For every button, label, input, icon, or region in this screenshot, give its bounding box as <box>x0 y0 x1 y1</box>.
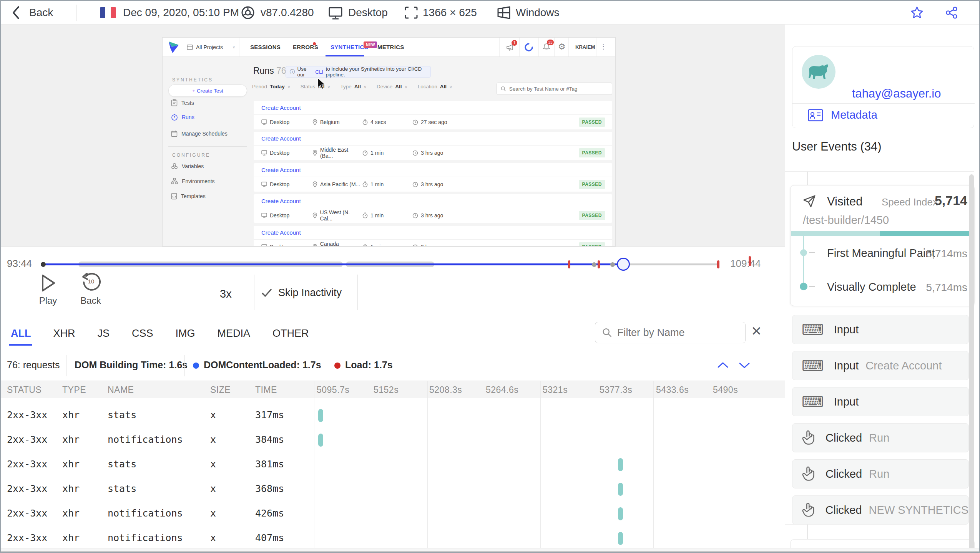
run-device: Desktop <box>270 119 289 125</box>
metadata-button[interactable]: Metadata <box>808 109 877 121</box>
playback-speed-button[interactable]: 3x <box>220 288 232 300</box>
window-horizontal-scrollbar[interactable] <box>1 551 980 553</box>
filter-type[interactable]: Type All ∨ <box>340 84 367 89</box>
filter-value: All <box>440 84 447 89</box>
event-value: Run <box>869 468 889 480</box>
event-card-input[interactable]: ⌨ Input <box>792 315 969 344</box>
play-label: Play <box>39 295 57 306</box>
network-tab-xhr[interactable]: XHR <box>53 328 75 339</box>
windows-os-icon <box>497 6 511 20</box>
visually-complete-dot <box>800 283 807 290</box>
bottom-strip <box>1 548 980 551</box>
cell-name: stats <box>108 409 136 421</box>
sidebar-item-runs[interactable]: Runs <box>171 114 194 121</box>
event-marker <box>610 262 615 267</box>
replayed-cursor-icon <box>317 78 327 91</box>
check-icon <box>261 288 272 298</box>
share-icon[interactable] <box>945 6 958 20</box>
run-device: Desktop <box>270 244 289 247</box>
event-card-clicked[interactable]: Clicked NEW SYNTHETICS <box>792 495 969 525</box>
jump-down-chevron-icon[interactable] <box>738 360 751 370</box>
kebab-menu-icon[interactable]: ⋮ <box>600 42 607 51</box>
time-col-3: 5264.6s <box>486 385 518 395</box>
filter-location[interactable]: Location All ∨ <box>418 84 452 89</box>
run-card[interactable]: Create Account Desktop Canada (Centra...… <box>254 226 612 247</box>
run-location: Asia Pacific (M... <box>320 181 360 187</box>
dom-building-time: DOM Building Time: 1.6s <box>75 359 188 371</box>
user-email-link[interactable]: tahay@asayer.io <box>852 87 941 101</box>
back-button[interactable]: Back <box>12 5 53 20</box>
event-card-input[interactable]: ⌨ Input Create Account <box>792 351 969 380</box>
playhead-handle[interactable] <box>617 258 630 271</box>
network-tab-js[interactable]: JS <box>98 328 110 339</box>
network-request-row[interactable]: 2xx-3xx xhr stats x 381ms <box>1 452 785 477</box>
filter-label: Status <box>301 84 315 89</box>
filter-period[interactable]: Period Today ∨ <box>252 84 291 89</box>
jump-up-chevron-icon[interactable] <box>716 360 729 370</box>
user-avatar <box>802 55 835 89</box>
play-button[interactable]: Play <box>33 273 63 306</box>
location-pin-icon <box>312 181 317 187</box>
sidebar-item-environments[interactable]: Environments <box>171 178 215 184</box>
filter-device[interactable]: Device All ∨ <box>377 84 408 89</box>
event-card-clicked[interactable]: Clicked Run <box>792 459 969 488</box>
replay-stage: All Projects ∨ SESSIONS ERRORS SYNTHETIC… <box>1 25 785 247</box>
clock-icon <box>412 213 418 219</box>
run-card[interactable]: Create Account Desktop Asia Pacific (M..… <box>254 163 612 192</box>
events-scrollbar[interactable] <box>969 174 974 553</box>
sidebar-item-tests[interactable]: Tests <box>171 99 194 106</box>
event-type: Clicked <box>826 468 862 480</box>
network-tab-media[interactable]: MEDIA <box>218 328 251 339</box>
sidebar-item-manage-schedules[interactable]: Manage Schedules <box>171 130 228 137</box>
run-card[interactable]: Create Account Desktop Belgium 4 secs 27… <box>254 101 612 129</box>
network-request-row[interactable]: 2xx-3xx xhr notifications x 426ms <box>1 502 785 526</box>
top-bar: Back Dec 09, 2020, 05:10 PM v87.0.4280 D… <box>1 1 980 25</box>
event-type: Clicked <box>826 504 862 517</box>
stopwatch-icon <box>362 119 368 125</box>
divider <box>499 38 500 56</box>
domcontentloaded-time: DOMContentLoaded: 1.7s <box>204 359 321 371</box>
visited-event-card[interactable]: Visited Speed Index 5,714 /test-builder/… <box>790 185 975 306</box>
event-card-input[interactable]: ⌨ Input <box>792 387 969 416</box>
skip-inactivity-toggle[interactable]: Skip Inactivity <box>261 287 342 299</box>
create-test-button[interactable]: + Create Test <box>168 84 247 97</box>
tab-sessions[interactable]: SESSIONS <box>250 44 281 50</box>
col-time: TIME <box>255 385 277 395</box>
sidebar-item-templates[interactable]: Templates <box>171 193 206 200</box>
project-selector[interactable]: All Projects ∨ <box>182 38 239 56</box>
cell-size: x <box>210 409 216 421</box>
sidebar-item-variables[interactable]: Variables <box>171 163 204 169</box>
tab-metrics[interactable]: METRICS <box>377 44 404 50</box>
network-tab-css[interactable]: CSS <box>132 328 153 339</box>
run-name: Create Account <box>254 132 612 146</box>
test-search-input[interactable] <box>509 86 608 92</box>
network-tab-img[interactable]: IMG <box>176 328 195 339</box>
run-card[interactable]: Create Account Desktop Middle East (Ba..… <box>254 132 612 160</box>
network-tab-all[interactable]: ALL <box>11 328 31 339</box>
animal-avatar-icon <box>807 63 830 80</box>
settings-gear-icon[interactable]: ⚙ <box>558 42 566 52</box>
network-tab-other[interactable]: OTHER <box>272 328 309 339</box>
chevron-down-icon: ∨ <box>364 84 367 89</box>
run-card[interactable]: Create Account Desktop US West (N. Cal..… <box>254 194 612 223</box>
divider <box>792 103 975 104</box>
back-10s-button[interactable]: 10 Back <box>75 273 107 306</box>
network-request-row[interactable]: 2xx-3xx xhr stats x 317ms <box>1 403 785 428</box>
session-replay-window: Back Dec 09, 2020, 05:10 PM v87.0.4280 D… <box>0 0 980 553</box>
run-ago: 3 hrs ago <box>421 150 443 156</box>
favorite-star-icon[interactable] <box>910 6 924 20</box>
close-panel-icon[interactable]: ✕ <box>751 323 762 339</box>
network-request-row[interactable]: 2xx-3xx xhr notifications x 384ms <box>1 428 785 452</box>
network-request-row[interactable]: 2xx-3xx xhr stats x 368ms <box>1 477 785 502</box>
cell-status: 2xx-3xx <box>7 532 47 543</box>
run-device: Desktop <box>270 181 289 187</box>
user-menu[interactable]: KRAIEM <box>575 44 595 50</box>
network-request-row[interactable]: 2xx-3xx xhr notifications x 407ms <box>1 526 785 551</box>
cli-link[interactable]: CLI <box>315 69 323 75</box>
network-filter-input[interactable] <box>617 327 738 339</box>
user-events-title: User Events (34) <box>792 140 882 154</box>
notifications-badge: 33 <box>547 40 554 45</box>
template-file-icon <box>171 193 177 200</box>
tab-synthetics[interactable]: SYNTHETICS <box>331 44 368 50</box>
event-card-clicked[interactable]: Clicked Run <box>792 423 969 452</box>
